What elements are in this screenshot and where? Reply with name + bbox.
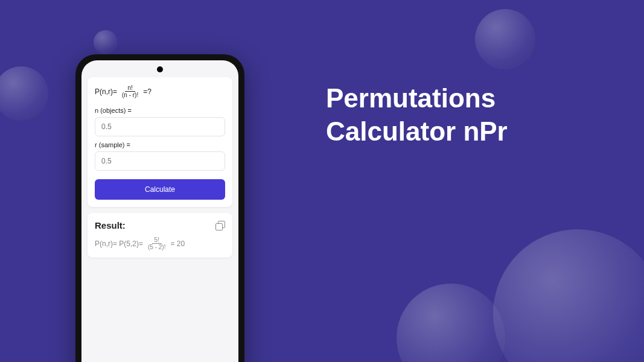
decorative-sphere (397, 284, 505, 362)
result-card: Result: P(n,r)= P(5,2)= 5! (5 - 2)! = 20 (88, 213, 232, 258)
calculate-button[interactable]: Calculate (95, 179, 225, 200)
formula-lhs: P(n,r)= (95, 87, 117, 96)
decorative-sphere (475, 9, 535, 69)
n-input[interactable] (95, 117, 225, 136)
decorative-sphere (493, 229, 644, 362)
input-card: P(n,r)= n! (n - r)! =? n (objects) = r (… (88, 77, 232, 207)
result-fraction: 5! (5 - 2)! (145, 237, 168, 250)
decorative-sphere (94, 30, 118, 54)
phone-camera (157, 66, 163, 72)
formula-denominator: (n - r)! (120, 92, 141, 98)
formula-header: P(n,r)= n! (n - r)! =? (95, 84, 225, 98)
headline: Permutations Calculator nPr (326, 81, 508, 148)
headline-line2: Calculator nPr (326, 115, 508, 148)
result-title: Result: (95, 220, 126, 230)
result-equals: = 20 (170, 240, 185, 248)
headline-line1: Permutations (326, 81, 508, 115)
result-line: P(n,r)= P(5,2)= 5! (5 - 2)! = 20 (95, 237, 225, 250)
formula-numerator: n! (125, 84, 135, 92)
result-prefix: P(n,r)= P(5,2)= (95, 240, 143, 248)
decorative-sphere (0, 66, 48, 121)
phone-screen: P(n,r)= n! (n - r)! =? n (objects) = r (… (81, 60, 238, 362)
phone-frame: P(n,r)= n! (n - r)! =? n (objects) = r (… (75, 54, 244, 362)
n-label: n (objects) = (95, 107, 225, 114)
formula-tail: =? (143, 87, 151, 96)
result-numerator: 5! (152, 237, 162, 244)
r-input[interactable] (95, 151, 225, 171)
copy-icon[interactable] (215, 221, 225, 230)
result-denominator: (5 - 2)! (145, 244, 168, 250)
formula-fraction: n! (n - r)! (120, 84, 141, 98)
r-label: r (sample) = (95, 141, 225, 148)
